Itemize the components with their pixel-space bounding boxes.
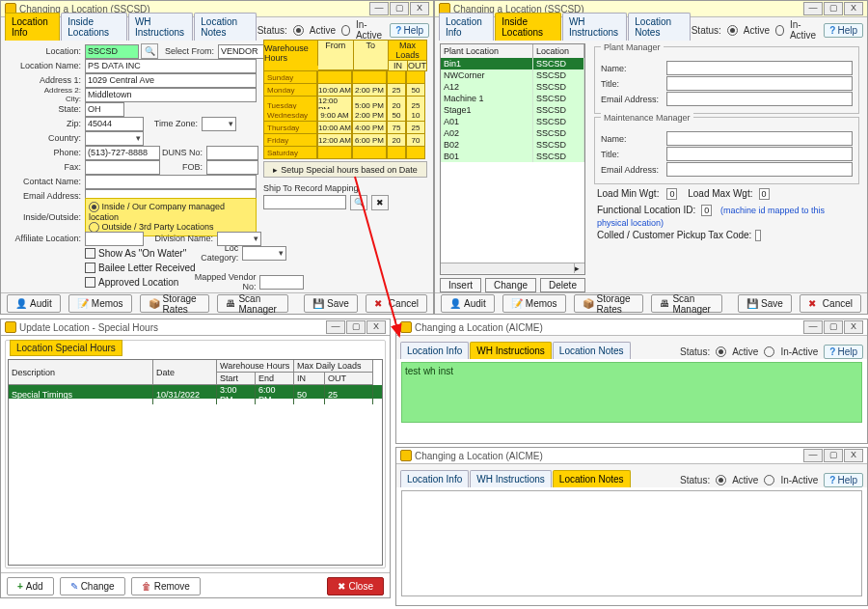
memos-button[interactable]: 📝Memos — [68, 294, 132, 313]
shipto-field[interactable] — [263, 195, 346, 209]
loadmin-field[interactable]: 0 — [666, 188, 677, 200]
add-button[interactable]: +Add — [7, 577, 54, 595]
location-notes-textarea[interactable] — [401, 490, 862, 596]
clear-icon[interactable]: ✖ — [371, 195, 389, 210]
duns-field[interactable] — [206, 146, 258, 160]
radio-active[interactable] — [716, 346, 726, 357]
radio-inside[interactable] — [89, 202, 99, 212]
close-button[interactable]: X — [844, 449, 863, 462]
radio-active[interactable] — [293, 25, 304, 36]
fob-field[interactable] — [206, 160, 258, 175]
audit-button[interactable]: 👤Audit — [441, 294, 495, 313]
tab-location-notes[interactable]: Location Notes — [194, 13, 256, 41]
table-row[interactable]: A01SSCSD — [441, 116, 584, 127]
storage-button[interactable]: 📦Storage Rates — [140, 294, 210, 313]
state-field[interactable]: OH — [85, 102, 124, 117]
help-button[interactable]: ?Help — [390, 23, 429, 38]
funcloc-field[interactable]: 0 — [701, 205, 712, 216]
tab-inside-locations[interactable]: Inside Locations — [495, 13, 561, 41]
radio-active[interactable] — [716, 475, 726, 485]
close-dialog-button[interactable]: ✖Close — [327, 577, 384, 595]
mm-title[interactable] — [666, 147, 853, 161]
tab-inside-locations[interactable]: Inside Locations — [61, 13, 127, 41]
maximize-button[interactable]: ▢ — [346, 320, 366, 334]
mm-name[interactable] — [666, 131, 853, 146]
table-row[interactable]: NWCornerSSCSD — [441, 69, 584, 81]
tab-wh-instructions[interactable]: WH Instructions — [470, 470, 552, 487]
affiliate-field[interactable] — [85, 232, 144, 246]
storage-button[interactable]: 📦Storage Rates — [574, 294, 644, 313]
cancel-button[interactable]: ✖Cancel — [800, 294, 861, 313]
scroll-right-icon[interactable]: ▸ — [574, 263, 584, 273]
minimize-button[interactable]: — — [803, 449, 823, 462]
mvendor-field[interactable] — [259, 275, 304, 290]
radio-inactive[interactable] — [764, 346, 774, 357]
minimize-button[interactable]: — — [803, 2, 823, 15]
tab-location-info[interactable]: Location Info — [400, 470, 469, 487]
mm-email[interactable] — [666, 162, 853, 177]
lookup-icon[interactable]: 🔍 — [141, 43, 158, 59]
scan-button[interactable]: 🖶Scan Manager — [217, 294, 288, 313]
table-row[interactable]: Machine 1SSCSD — [441, 93, 584, 104]
loadmax-field[interactable]: 0 — [759, 188, 770, 200]
help-button[interactable]: ?Help — [824, 23, 863, 38]
tab-location-info[interactable]: Location Info — [5, 13, 60, 41]
help-button[interactable]: ?Help — [824, 473, 863, 487]
zip-field[interactable]: 45044 — [85, 117, 144, 131]
check-approved[interactable] — [85, 277, 95, 288]
table-row[interactable]: A12SSCSD — [441, 81, 584, 93]
locname-field[interactable]: PS DATA INC — [85, 59, 257, 73]
tab-location-notes[interactable]: Location Notes — [628, 13, 690, 41]
save-button[interactable]: 💾Save — [738, 294, 792, 313]
table-row[interactable]: Stage1SSCSD — [441, 104, 584, 116]
check-bailee[interactable] — [85, 263, 95, 273]
maximize-button[interactable]: ▢ — [824, 320, 843, 334]
taxcode-field[interactable] — [755, 230, 761, 241]
radio-inactive[interactable] — [764, 475, 774, 485]
tab-wh-instructions[interactable]: WH Instructions — [470, 342, 552, 359]
help-button[interactable]: ?Help — [824, 345, 863, 359]
tab-location-info[interactable]: Location Info — [439, 13, 494, 41]
check-onwater[interactable] — [85, 248, 95, 259]
contact-field[interactable] — [85, 175, 257, 189]
audit-button[interactable]: 👤Audit — [7, 294, 61, 313]
tab-wh-instructions[interactable]: WH Instructions — [562, 13, 627, 41]
minimize-button[interactable]: — — [326, 320, 345, 334]
change-button[interactable]: Change — [485, 278, 536, 292]
maximize-button[interactable]: ▢ — [824, 2, 843, 15]
maximize-button[interactable]: ▢ — [824, 449, 843, 462]
addr1-field[interactable]: 1029 Central Ave — [85, 73, 257, 88]
radio-active[interactable] — [727, 25, 738, 36]
radio-inactive[interactable] — [775, 25, 784, 36]
pm-name[interactable] — [666, 61, 853, 75]
loccat-combo[interactable] — [242, 246, 286, 261]
country-combo[interactable] — [85, 131, 144, 146]
memos-button[interactable]: 📝Memos — [502, 294, 566, 313]
table-row[interactable]: Special Timings10/31/20223:00 PM6:00 PM5… — [9, 385, 382, 399]
close-button[interactable]: X — [366, 320, 386, 334]
location-field[interactable]: SSCSD — [85, 44, 139, 59]
table-row[interactable]: A02SSCSD — [441, 127, 584, 139]
cancel-button[interactable]: ✖Cancel — [366, 294, 427, 313]
close-button[interactable]: X — [844, 2, 863, 15]
close-button[interactable]: X — [410, 2, 429, 15]
pm-email[interactable] — [666, 92, 853, 106]
table-row[interactable]: B02SSCSD — [441, 139, 584, 151]
table-row[interactable]: B01SSCSD — [441, 151, 584, 162]
wh-instructions-textarea[interactable]: test wh inst — [401, 362, 862, 423]
divname-combo[interactable] — [217, 232, 261, 246]
insert-button[interactable]: Insert — [440, 278, 481, 292]
save-button[interactable]: 💾Save — [304, 294, 358, 313]
minimize-button[interactable]: — — [369, 2, 389, 15]
change-button[interactable]: ✎Change — [60, 577, 125, 595]
tab-wh-instructions[interactable]: WH Instructions — [128, 13, 193, 41]
scan-button[interactable]: 🖶Scan Manager — [651, 294, 722, 313]
col-plant[interactable]: Plant Location — [441, 44, 533, 58]
remove-button[interactable]: 🗑Remove — [131, 577, 201, 595]
close-button[interactable]: X — [844, 320, 863, 334]
delete-button[interactable]: Delete — [540, 278, 585, 292]
setup-special-hours-button[interactable]: ▸Setup Special hours based on Date — [263, 161, 427, 178]
maximize-button[interactable]: ▢ — [390, 2, 409, 15]
tab-location-info[interactable]: Location Info — [400, 342, 469, 359]
timezone-combo[interactable] — [202, 117, 236, 131]
